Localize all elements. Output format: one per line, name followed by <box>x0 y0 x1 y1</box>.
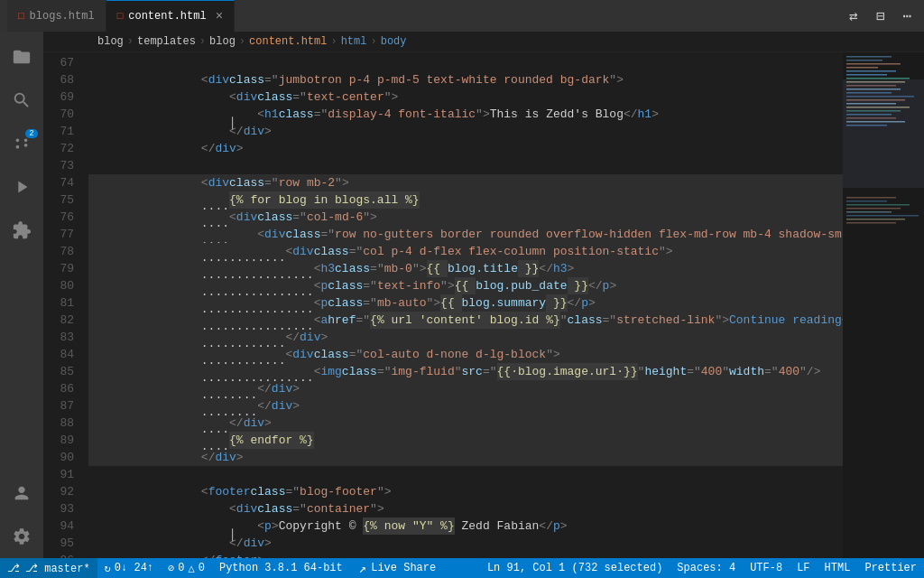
code-line-73 <box>88 157 843 174</box>
editor-area: 67 68 69 70 71 72 73 74 75 76 77 78 79 8… <box>43 52 924 558</box>
code-line-72: </div> <box>88 140 843 157</box>
formatter-label: Prettier <box>864 562 917 574</box>
breadcrumb-html[interactable]: html <box>341 35 367 48</box>
remote-icon[interactable]: ⇄ <box>844 5 864 27</box>
encoding-label: UTF-8 <box>750 562 782 574</box>
code-line-96: </footer> <box>88 552 843 558</box>
language-label: HTML <box>825 562 851 574</box>
error-count: 0 <box>178 562 184 574</box>
git-icon: ⎇ <box>7 562 20 575</box>
indentation[interactable]: Spaces: 4 <box>670 558 743 578</box>
code-line-76: ····<div class="col-md-6"> <box>88 209 843 226</box>
title-bar-actions: ⇄ ⊟ ⋯ <box>844 5 917 27</box>
svg-rect-22 <box>846 197 896 199</box>
activity-settings[interactable] <box>0 515 43 558</box>
spaces-label: Spaces: 4 <box>677 562 735 574</box>
svg-rect-23 <box>846 200 887 202</box>
activity-source-control[interactable]: 2 <box>0 122 43 165</box>
svg-rect-7 <box>846 78 910 79</box>
activity-accounts[interactable] <box>0 471 43 515</box>
tab-group: □ blogs.html □ content.html × <box>7 0 235 32</box>
sync-icon: ↻ <box>105 562 111 575</box>
errors-warnings[interactable]: ⊘ 0 △ 0 <box>161 558 212 578</box>
code-line-90: </div> <box>88 449 843 466</box>
more-options-icon[interactable]: ⋯ <box>897 5 917 27</box>
tab-content[interactable]: □ content.html × <box>106 0 235 32</box>
svg-rect-2 <box>846 60 882 61</box>
svg-rect-27 <box>846 215 919 217</box>
git-branch-label: ⎇ master* <box>25 562 90 575</box>
svg-rect-25 <box>846 208 901 210</box>
breadcrumb-blog2[interactable]: blog <box>209 35 236 48</box>
code-line-71: </div> <box>88 123 843 140</box>
svg-rect-3 <box>846 63 901 65</box>
tab-label-content: content.html <box>128 10 206 23</box>
breadcrumb: blog › templates › blog › content.html ›… <box>43 32 924 52</box>
breadcrumb-templates[interactable]: templates <box>137 35 196 48</box>
code-scroll[interactable]: 67 68 69 70 71 72 73 74 75 76 77 78 79 8… <box>43 52 843 558</box>
svg-rect-4 <box>846 67 878 69</box>
activity-run[interactable] <box>0 165 43 209</box>
status-bar: ⎇ ⎇ master* ↻ 0↓ 24↑ ⊘ 0 △ 0 Python 3.8.… <box>0 558 924 578</box>
sync-status[interactable]: ↻ 0↓ 24↑ <box>97 558 161 578</box>
formatter[interactable]: Prettier <box>857 558 924 578</box>
live-share[interactable]: ↗ Live Share <box>350 558 445 578</box>
code-line-89: ····{% endfor %} <box>88 432 843 449</box>
position-label: Ln 91, Col 1 (732 selected) <box>487 562 662 574</box>
html-icon-active: □ <box>117 11 124 22</box>
tab-blogs[interactable]: □ blogs.html <box>7 0 106 32</box>
code-line-91 <box>88 466 843 483</box>
file-language[interactable]: HTML <box>818 558 858 578</box>
svg-rect-24 <box>846 204 910 206</box>
main-layout: 2 blog › templates › blog › content.html… <box>0 32 924 558</box>
line-ending[interactable]: LF <box>790 558 817 578</box>
tab-label-blogs: blogs.html <box>30 10 95 23</box>
tab-close-button[interactable]: × <box>216 9 223 23</box>
activity-extensions[interactable] <box>0 209 43 252</box>
svg-rect-28 <box>846 219 905 220</box>
svg-rect-1 <box>846 56 892 58</box>
breadcrumb-blog[interactable]: blog <box>97 35 124 48</box>
svg-rect-29 <box>846 222 896 224</box>
cursor-position[interactable]: Ln 91, Col 1 (732 selected) <box>480 558 670 578</box>
warning-count: 0 <box>199 562 205 574</box>
editor-panel: blog › templates › blog › content.html ›… <box>43 32 924 558</box>
svg-rect-6 <box>846 74 887 76</box>
live-share-icon: ↗ <box>359 561 366 576</box>
git-branch[interactable]: ⎇ ⎇ master* <box>0 558 97 578</box>
layout-icon[interactable]: ⊟ <box>871 5 891 27</box>
sync-label: 0↓ 24↑ <box>115 562 153 574</box>
python-label: Python 3.8.1 64-bit <box>219 562 343 574</box>
warning-icon: △ <box>189 562 195 575</box>
error-icon: ⊘ <box>168 562 174 575</box>
html-icon: □ <box>18 11 24 22</box>
code-line-67 <box>88 54 843 71</box>
breadcrumb-body[interactable]: body <box>381 35 407 48</box>
source-control-badge: 2 <box>25 129 38 138</box>
activity-bar: 2 <box>0 32 43 558</box>
activity-explorer[interactable] <box>0 35 43 79</box>
status-left: ⎇ ⎇ master* ↻ 0↓ 24↑ ⊘ 0 △ 0 Python 3.8.… <box>0 558 350 578</box>
code-content[interactable]: <div class="jumbotron p-4 p-md-5 text-wh… <box>81 52 843 558</box>
svg-rect-26 <box>846 211 892 213</box>
svg-rect-21 <box>843 79 924 188</box>
file-encoding[interactable]: UTF-8 <box>743 558 790 578</box>
line-numbers: 67 68 69 70 71 72 73 74 75 76 77 78 79 8… <box>43 52 81 558</box>
minimap[interactable] <box>843 52 924 558</box>
title-bar: □ blogs.html □ content.html × ⇄ ⊟ ⋯ <box>0 0 924 32</box>
activity-search[interactable] <box>0 79 43 122</box>
code-line-95: </div> <box>88 535 843 552</box>
python-version[interactable]: Python 3.8.1 64-bit <box>212 558 350 578</box>
live-share-label: Live Share <box>371 562 436 574</box>
svg-rect-5 <box>846 70 896 72</box>
breadcrumb-file[interactable]: content.html <box>249 35 327 48</box>
line-ending-label: LF <box>797 562 809 574</box>
status-right: Ln 91, Col 1 (732 selected) Spaces: 4 UT… <box>480 558 924 578</box>
